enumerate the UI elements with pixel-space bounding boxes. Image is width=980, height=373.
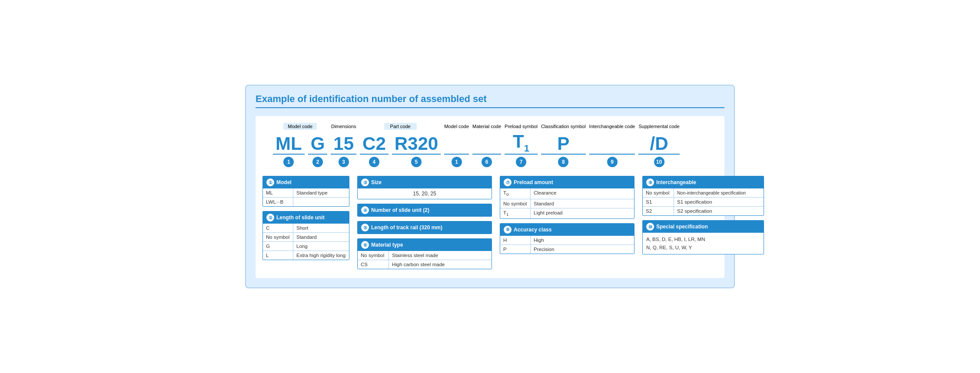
label-dimensions: Dimensions [329, 123, 358, 130]
block-length-slide-body: C Short No symbol Standard G Long L [263, 224, 349, 260]
col3: ⑦ Preload amount T0 Clearance No symbol … [500, 176, 635, 254]
badge-2: 2 [312, 157, 323, 167]
block-material-title: Material type [371, 242, 403, 248]
block-size-header: ③ Size [358, 176, 492, 188]
block-length-slide-header: ② Length of slide unit [263, 211, 349, 224]
block-num-slide: ④ Number of slide unit (2) [357, 204, 492, 217]
desc-clearance: Clearance [531, 188, 634, 198]
desc-precision: Precision [531, 245, 634, 254]
block-track-rail: ⑤ Length of track rail (320 mm) [357, 221, 492, 234]
block-model: ① Model ML Standard type LWL···B [262, 176, 349, 207]
sym-LWL: LWL···B [263, 198, 293, 206]
sym-H: H [500, 236, 531, 244]
code-G: G [308, 134, 328, 155]
badge-circle-2: ② [266, 214, 274, 221]
table-row: C Short [263, 224, 349, 232]
desc-S1: S1 specification [674, 198, 764, 206]
badge-8: 8 [558, 157, 568, 167]
label-interchangeable-code: Interchangeable code [588, 123, 637, 130]
block-accuracy: ⑧ Accuracy class H High P Precision [500, 223, 635, 254]
block-model-body: ML Standard type LWL···B [263, 188, 349, 206]
block-special-header: ⑩ Special specification [643, 221, 764, 233]
block-preload: ⑦ Preload amount T0 Clearance No symbol … [500, 176, 635, 219]
desc-light-preload: Light preload [531, 208, 634, 218]
label-model-code-1: Model code [283, 123, 317, 130]
table-row: S2 S2 specification [643, 206, 764, 215]
label-supplemental-code: Supplemental code [637, 123, 681, 130]
block-interchangeable-body: No symbol Non-interchangeable specificat… [643, 188, 764, 215]
tables-section: ① Model ML Standard type LWL···B [262, 176, 718, 269]
code-blank-6 [472, 134, 501, 155]
block-length-slide: ② Length of slide unit C Short No symbol… [262, 211, 349, 260]
desc-carbon: High carbon steel made [389, 260, 492, 269]
badge-circle-8: ⑧ [504, 226, 512, 234]
code-ML: ML [273, 134, 305, 155]
sym-CS: CS [358, 260, 389, 269]
table-row: No symbol Standard [500, 199, 634, 208]
block-num-slide-title: Number of slide unit (2) [371, 207, 429, 213]
badge-circle-10: ⑩ [646, 223, 654, 231]
desc-extra-long: Extra high rigidity long [293, 251, 349, 260]
sym-S2: S2 [643, 207, 674, 215]
badge-5: 5 [411, 157, 422, 167]
special-values: A, BS, D, E, HB, I, LR, MNN, Q, RE, S, U… [643, 233, 764, 254]
desc-long: Long [293, 242, 349, 251]
code-blank-1 [444, 134, 469, 155]
block-material-body: No symbol Stainless steel made CS High c… [358, 251, 492, 269]
desc-standard-pre: Standard [531, 199, 634, 208]
sym-nosym-mat: No symbol [358, 251, 389, 260]
desc-high: High [531, 236, 634, 244]
label-preload-symbol: Preload symbol [503, 123, 539, 130]
table-row: P Precision [500, 244, 634, 254]
block-preload-title: Preload amount [514, 179, 553, 185]
table-row: L Extra high rigidity long [263, 251, 349, 260]
badge-circle-5: ⑤ [361, 224, 369, 231]
badge-1b: 1 [452, 157, 462, 167]
badge-circle-4: ④ [361, 206, 369, 214]
block-special: ⑩ Special specification A, BS, D, E, HB,… [642, 220, 764, 254]
block-special-body: A, BS, D, E, HB, I, LR, MNN, Q, RE, S, U… [643, 233, 764, 254]
label-classification-symbol: Classification symbol [539, 123, 588, 130]
sym-T0: T0 [500, 188, 531, 198]
badge-1a: 1 [283, 157, 294, 167]
sym-S1: S1 [643, 198, 674, 206]
badge-circle-3: ③ [361, 178, 369, 186]
sym-nosym-2: No symbol [263, 233, 293, 241]
badge-4: 4 [369, 157, 379, 167]
sym-G: G [263, 242, 293, 251]
block-track-rail-title: Length of track rail (320 mm) [371, 224, 442, 231]
block-accuracy-body: H High P Precision [500, 236, 634, 254]
block-track-rail-header: ⑤ Length of track rail (320 mm) [358, 221, 492, 234]
code-blank-9 [589, 134, 635, 155]
desc-short: Short [293, 224, 349, 232]
table-row: T1 Light preload [500, 208, 634, 218]
block-interchangeable: ⑨ Interchangeable No symbol Non-intercha… [642, 176, 764, 216]
block-size-body: 15, 20, 25 [358, 188, 492, 199]
block-length-slide-title: Length of slide unit [276, 215, 325, 221]
label-part-code: Part code [384, 123, 417, 130]
desc-standard-type: Standard type [293, 188, 349, 197]
code-15: 15 [331, 134, 356, 155]
block-num-slide-header: ④ Number of slide unit (2) [358, 204, 492, 216]
sym-P: P [500, 245, 531, 254]
col2: ③ Size 15, 20, 25 ④ Number of slide unit… [357, 176, 492, 269]
sym-L: L [263, 251, 293, 260]
sym-C: C [263, 224, 293, 232]
block-accuracy-title: Accuracy class [514, 227, 551, 233]
badge-6: 6 [482, 157, 492, 167]
code-D: /D [638, 134, 679, 155]
inner-content: Model code Dimensions Part code Model co… [256, 116, 724, 278]
block-size: ③ Size 15, 20, 25 [357, 176, 492, 199]
code-C2: C2 [360, 134, 389, 155]
badge-circle-7: ⑦ [504, 178, 512, 186]
desc-S2: S2 specification [674, 207, 764, 215]
table-row: H High [500, 236, 634, 244]
block-interchangeable-header: ⑨ Interchangeable [643, 176, 764, 188]
block-material: ⑥ Material type No symbol Stainless stee… [357, 238, 492, 269]
block-model-header: ① Model [263, 176, 349, 188]
table-row: G Long [263, 241, 349, 251]
sym-nosym-inter: No symbol [643, 188, 674, 197]
table-row: No symbol Stainless steel made [358, 251, 492, 260]
table-row: No symbol Non-interchangeable specificat… [643, 188, 764, 197]
table-row: S1 S1 specification [643, 197, 764, 206]
